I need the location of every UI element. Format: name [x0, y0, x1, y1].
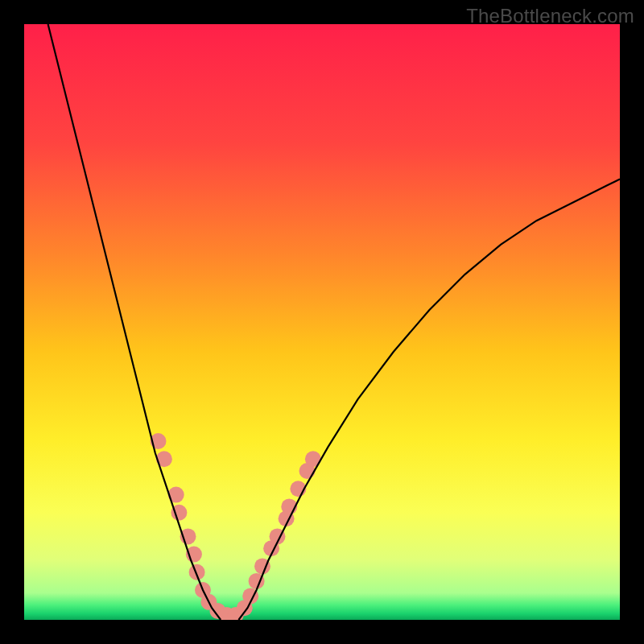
plot-area [24, 24, 620, 620]
chart-frame: TheBottleneck.com [0, 0, 644, 644]
marker-dot [189, 564, 205, 580]
marker-dots [151, 433, 321, 620]
curve-layer [24, 24, 620, 620]
right-branch-curve [238, 179, 620, 620]
left-branch-curve [48, 24, 221, 620]
watermark-text: TheBottleneck.com [466, 5, 634, 27]
